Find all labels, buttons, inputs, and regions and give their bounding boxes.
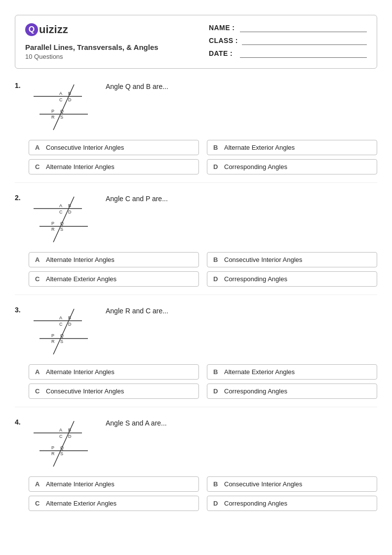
question-1-text: Angle Q and B are... [106,81,377,90]
choice-text-d: Corresponding Angles [224,163,287,171]
svg-text:B: B [68,91,71,96]
svg-text:C: C [59,322,63,327]
question-2-choice-c[interactable]: CAlternate Exterior Angles [29,271,199,287]
svg-text:R: R [51,451,55,456]
choice-letter-d: D [213,500,220,507]
choice-text-b: Alternate Exterior Angles [224,144,295,151]
choice-text-a: Alternate Interior Angles [46,368,115,376]
question-4-header: 4.ABCDPQRSAngle S and A are... [15,417,377,471]
svg-text:D: D [68,210,72,214]
choice-text-a: Alternate Interior Angles [46,480,115,488]
choice-text-d: Corresponding Angles [224,387,287,395]
svg-text:Q: Q [60,109,64,114]
question-1-choice-b[interactable]: BAlternate Exterior Angles [207,140,377,155]
question-4-number: 4. [15,418,29,426]
choice-letter-c: C [35,163,42,171]
svg-text:D: D [68,322,72,327]
svg-text:P: P [51,333,54,338]
svg-text:Q: Q [60,333,64,338]
question-3-choice-a[interactable]: AAlternate Interior Angles [29,364,199,380]
choice-text-c: Alternate Interior Angles [46,163,115,171]
name-line [240,23,367,32]
question-4-choice-a[interactable]: AAlternate Interior Angles [29,476,199,492]
choice-letter-d: D [213,163,220,171]
question-3-choice-d[interactable]: DCorresponding Angles [207,384,377,399]
class-field-row: CLASS : [209,36,367,45]
svg-text:B: B [68,427,71,432]
question-1-choice-c[interactable]: CAlternate Interior Angles [29,159,199,174]
choice-letter-a: A [35,480,42,488]
choice-text-c: Consecutive Interior Angles [46,387,124,395]
choice-letter-b: B [213,368,220,376]
choice-letter-b: B [213,480,220,488]
choice-text-b: Alternate Exterior Angles [224,368,295,376]
choice-text-c: Alternate Exterior Angles [46,500,117,507]
question-4-choice-c[interactable]: CAlternate Exterior Angles [29,496,199,511]
svg-text:R: R [51,227,55,232]
choice-letter-b: B [213,144,220,151]
name-field-row: NAME : [209,23,367,32]
question-4-text: Angle S and A are... [106,417,377,427]
question-3-choice-c[interactable]: CConsecutive Interior Angles [29,384,199,399]
svg-text:D: D [68,434,72,439]
choice-letter-c: C [35,275,42,283]
svg-text:R: R [51,339,55,344]
svg-text:D: D [68,97,72,102]
question-2: 2.ABCDPQRSAngle C and P are...AAlternate… [15,193,377,295]
name-label: NAME : [209,24,236,32]
choice-text-d: Corresponding Angles [224,500,287,507]
question-3-text: Angle R and C are... [106,305,377,315]
header-left: Q uizizz Parallel Lines, Transversals, &… [25,23,158,60]
question-2-diagram: ABCDPQRS [29,193,98,247]
question-1-choices: AConsecutive Interior AnglesBAlternate E… [29,140,377,174]
question-1-header: 1.ABCDPQRSAngle Q and B are... [15,81,377,135]
divider-2 [15,295,377,295]
question-2-choice-b[interactable]: BConsecutive Interior Angles [207,252,377,267]
choice-letter-d: D [213,387,220,395]
question-2-text: Angle C and P are... [106,193,377,203]
question-1-choice-a[interactable]: AConsecutive Interior Angles [29,140,199,155]
svg-text:A: A [59,315,62,320]
svg-text:P: P [51,109,54,114]
question-1-number: 1. [15,82,29,89]
date-field-row: DATE : [209,49,367,58]
choice-text-a: Consecutive Interior Angles [46,144,124,151]
question-1: 1.ABCDPQRSAngle Q and B are...AConsecuti… [15,81,377,183]
question-4-choice-d[interactable]: DCorresponding Angles [207,496,377,511]
question-3-diagram: ABCDPQRS [29,305,98,359]
class-label: CLASS : [209,37,238,44]
header-box: Q uizizz Parallel Lines, Transversals, &… [15,15,377,69]
choice-text-a: Alternate Interior Angles [46,256,115,263]
svg-text:A: A [59,203,62,208]
divider-3 [15,407,377,407]
svg-text:A: A [59,91,62,96]
question-4-diagram: ABCDPQRS [29,417,98,471]
choice-letter-c: C [35,500,42,507]
question-3-number: 3. [15,306,29,314]
choice-letter-c: C [35,387,42,395]
svg-text:S: S [60,451,63,456]
choice-letter-b: B [213,256,220,263]
question-3: 3.ABCDPQRSAngle R and C are...AAlternate… [15,305,377,407]
choice-text-b: Consecutive Interior Angles [224,256,302,263]
question-2-choice-d[interactable]: DCorresponding Angles [207,271,377,287]
divider-1 [15,182,377,183]
header-fields: NAME : CLASS : DATE : [209,23,367,58]
question-2-number: 2. [15,194,29,202]
svg-text:B: B [68,203,71,208]
question-1-choice-d[interactable]: DCorresponding Angles [207,159,377,174]
choice-letter-a: A [35,256,42,263]
question-4-choice-b[interactable]: BConsecutive Interior Angles [207,476,377,492]
question-2-choices: AAlternate Interior AnglesBConsecutive I… [29,252,377,287]
svg-text:P: P [51,221,54,226]
question-2-choice-a[interactable]: AAlternate Interior Angles [29,252,199,267]
question-1-diagram: ABCDPQRS [29,81,98,135]
date-label: DATE : [209,49,236,57]
svg-text:P: P [51,445,54,450]
choice-letter-a: A [35,368,42,376]
date-line [240,49,367,58]
question-3-choice-b[interactable]: BAlternate Exterior Angles [207,364,377,380]
quiz-subtitle: 10 Questions [25,53,158,60]
choice-letter-a: A [35,144,42,151]
svg-text:A: A [59,427,62,432]
